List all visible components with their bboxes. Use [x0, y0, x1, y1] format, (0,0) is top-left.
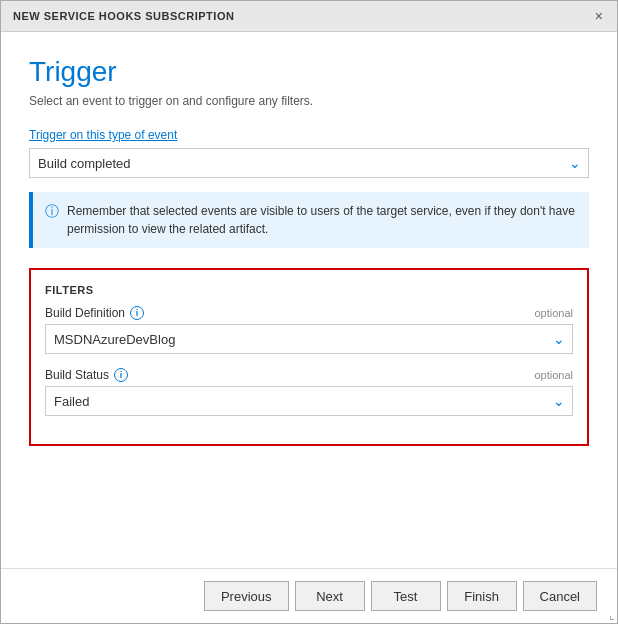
filter-label-build-definition: Build Definition i	[45, 306, 144, 320]
finish-button[interactable]: Finish	[447, 581, 517, 611]
build-status-info-icon[interactable]: i	[114, 368, 128, 382]
filter-label-row-build-status: Build Status i optional	[45, 368, 573, 382]
build-status-select[interactable]: [Any] Succeeded Failed Stopped Partially…	[45, 386, 573, 416]
content-area: Trigger Select an event to trigger on an…	[1, 32, 617, 568]
test-button[interactable]: Test	[371, 581, 441, 611]
page-subtitle: Select an event to trigger on and config…	[29, 94, 589, 108]
filters-section: FILTERS Build Definition i optional [Any…	[29, 268, 589, 446]
build-status-optional: optional	[534, 369, 573, 381]
info-text: Remember that selected events are visibl…	[67, 202, 577, 238]
title-bar: NEW SERVICE HOOKS SUBSCRIPTION ×	[1, 1, 617, 32]
footer: Previous Next Test Finish Cancel	[1, 568, 617, 623]
filters-title: FILTERS	[45, 284, 573, 296]
filter-row-build-definition: Build Definition i optional [Any] MSDNAz…	[45, 306, 573, 354]
build-status-select-wrapper: [Any] Succeeded Failed Stopped Partially…	[45, 386, 573, 416]
build-definition-select[interactable]: [Any] MSDNAzureDevBlog	[45, 324, 573, 354]
resize-handle: ⌞	[609, 609, 615, 621]
trigger-label: Trigger on this type of event	[29, 128, 589, 142]
filter-label-row-build-definition: Build Definition i optional	[45, 306, 573, 320]
build-definition-select-wrapper: [Any] MSDNAzureDevBlog ⌄	[45, 324, 573, 354]
trigger-select-wrapper: Build completed Build failed Build queue…	[29, 148, 589, 178]
close-button[interactable]: ×	[593, 9, 605, 23]
previous-button[interactable]: Previous	[204, 581, 289, 611]
filter-label-build-status: Build Status i	[45, 368, 128, 382]
build-definition-info-icon[interactable]: i	[130, 306, 144, 320]
trigger-select[interactable]: Build completed Build failed Build queue…	[29, 148, 589, 178]
dialog-title: NEW SERVICE HOOKS SUBSCRIPTION	[13, 10, 234, 22]
build-definition-optional: optional	[534, 307, 573, 319]
next-button[interactable]: Next	[295, 581, 365, 611]
dialog: NEW SERVICE HOOKS SUBSCRIPTION × Trigger…	[0, 0, 618, 624]
filter-row-build-status: Build Status i optional [Any] Succeeded …	[45, 368, 573, 416]
info-box: ⓘ Remember that selected events are visi…	[29, 192, 589, 248]
info-icon: ⓘ	[45, 203, 59, 221]
cancel-button[interactable]: Cancel	[523, 581, 597, 611]
page-title: Trigger	[29, 56, 589, 88]
